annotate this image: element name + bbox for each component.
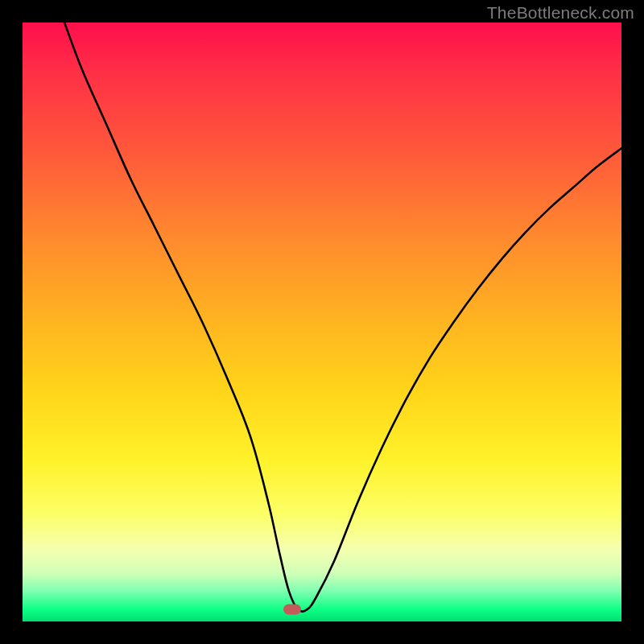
minimum-marker	[283, 605, 301, 615]
chart-frame: TheBottleneck.com	[0, 0, 644, 644]
bottleneck-curve	[64, 23, 621, 612]
plot-area	[23, 23, 621, 621]
watermark-text: TheBottleneck.com	[487, 3, 634, 23]
curve-layer	[23, 23, 621, 621]
